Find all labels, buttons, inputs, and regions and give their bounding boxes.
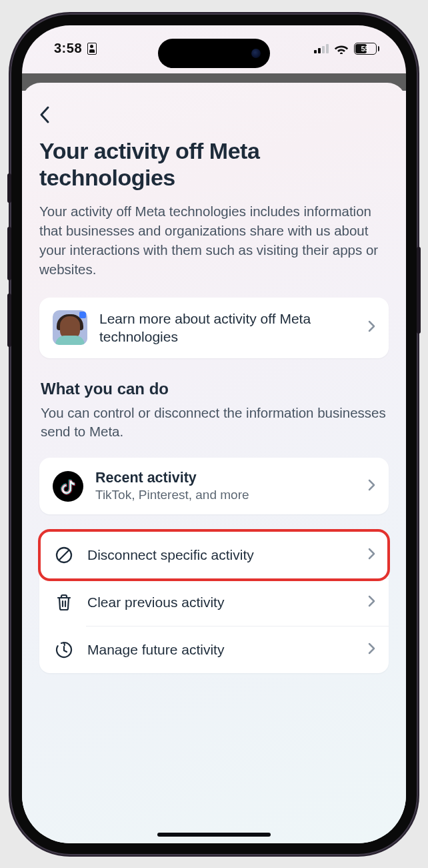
content-sheet: Your activity off Meta technologies Your…: [22, 83, 406, 843]
disconnect-label: Disconnect specific activity: [87, 546, 356, 564]
disconnect-specific-row[interactable]: Disconnect specific activity: [39, 532, 389, 578]
volume-down-button: [7, 294, 11, 347]
phone-frame: 3:58 55: [10, 13, 418, 855]
clock: 3:58: [54, 41, 82, 56]
trash-icon: [53, 591, 75, 614]
clock-refresh-icon: [53, 638, 75, 661]
power-button: [417, 247, 421, 334]
manage-future-row[interactable]: Manage future activity: [39, 626, 389, 673]
chevron-left-icon: [39, 105, 50, 124]
mute-switch: [7, 173, 11, 203]
dynamic-island: [158, 39, 270, 68]
home-indicator[interactable]: [157, 833, 271, 837]
chevron-right-icon: [368, 548, 375, 562]
cellular-icon: [314, 44, 329, 53]
chevron-right-icon: [368, 595, 375, 610]
back-button[interactable]: [39, 101, 66, 128]
page-title: Your activity off Meta technologies: [39, 137, 389, 191]
svg-line-1: [59, 550, 69, 560]
clear-label: Clear previous activity: [87, 593, 356, 611]
chevron-right-icon: [368, 642, 375, 657]
section-sub: You can control or disconnect the inform…: [39, 404, 389, 442]
block-icon: [53, 544, 75, 566]
recent-activity-row[interactable]: Recent activity TikTok, Pinterest, and m…: [39, 458, 389, 514]
recent-activity-sub: TikTok, Pinterest, and more: [95, 488, 356, 502]
wifi-icon: [334, 43, 349, 54]
actions-card: Disconnect specific activity Clear previ…: [39, 532, 389, 673]
learn-more-label: Learn more about activity off Meta techn…: [99, 310, 356, 346]
learn-more-card: Learn more about activity off Meta techn…: [39, 298, 389, 358]
screen: 3:58 55: [22, 25, 406, 843]
recent-activity-card: Recent activity TikTok, Pinterest, and m…: [39, 458, 389, 514]
chevron-right-icon: [368, 479, 375, 494]
learn-more-row[interactable]: Learn more about activity off Meta techn…: [39, 298, 389, 358]
chevron-right-icon: [368, 320, 375, 335]
page-description: Your activity off Meta technologies incl…: [39, 201, 389, 279]
id-card-icon: [87, 43, 97, 55]
volume-up-button: [7, 227, 11, 280]
avatar-icon: [53, 310, 87, 345]
battery-icon: 55: [354, 43, 380, 55]
clear-previous-row[interactable]: Clear previous activity: [39, 579, 389, 626]
tiktok-icon: [53, 471, 83, 502]
section-heading: What you can do: [41, 380, 389, 398]
manage-label: Manage future activity: [87, 640, 356, 659]
recent-activity-title: Recent activity: [95, 470, 356, 486]
